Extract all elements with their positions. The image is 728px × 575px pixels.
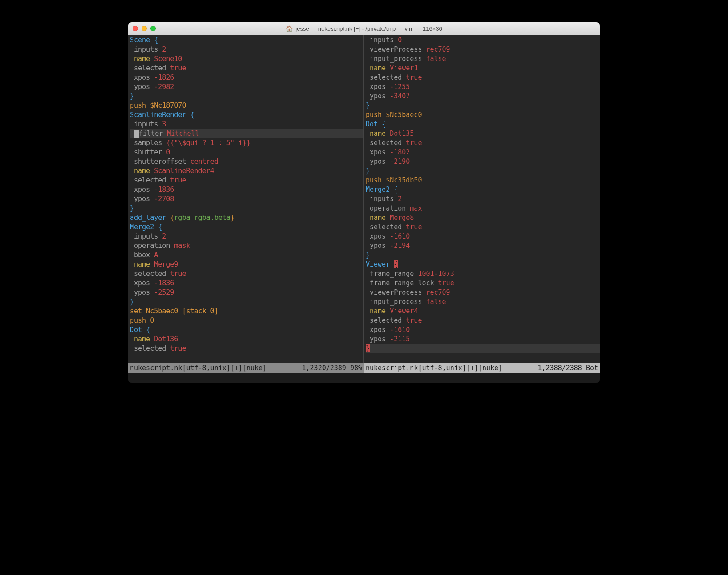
code-line[interactable]: } [130, 297, 363, 307]
token: ypos [134, 195, 154, 203]
code-line[interactable]: input_process false [366, 54, 600, 64]
code-line[interactable]: xpos -1826 [130, 73, 363, 82]
code-line[interactable]: name Merge8 [366, 213, 600, 223]
token [390, 186, 394, 194]
token: -1610 [390, 232, 410, 240]
code-line[interactable]: selected true [130, 344, 363, 353]
token: push $Nc5baec0 [366, 111, 422, 119]
code-line[interactable]: ypos -2194 [366, 241, 600, 251]
code-line[interactable]: viewerProcess rec709 [366, 288, 600, 297]
code-line[interactable]: add_layer {rgba rgba.beta} [130, 213, 363, 223]
status-file-right: nukescript.nk[utf-8,unix][+][nuke] [366, 363, 502, 373]
code-line[interactable]: xpos -1836 [130, 185, 363, 194]
token: Dot135 [390, 130, 414, 138]
code-line[interactable]: inputs 2 [130, 45, 363, 54]
token: viewerProcess [370, 288, 426, 296]
code-line[interactable]: name Viewer1 [366, 64, 600, 73]
code-line[interactable]: Merge2 { [130, 223, 363, 232]
code-line[interactable]: ypos -2115 [366, 335, 600, 344]
code-line[interactable]: Dot { [366, 120, 600, 129]
code-line[interactable]: name Scene10 [130, 54, 363, 64]
code-line[interactable]: bbox A [130, 251, 363, 260]
token: ypos [370, 92, 390, 100]
code-line[interactable]: inputs 3 [130, 120, 363, 129]
status-pos-left: 1,2320/2389 98% [302, 363, 362, 373]
code-line[interactable]: inputs 0 [366, 36, 600, 45]
token: Merge2 [366, 186, 390, 194]
token: selected [370, 223, 406, 231]
code-line[interactable]: operation max [366, 204, 600, 213]
token: set Nc5baec0 [stack 0] [130, 307, 218, 315]
statusline-left: nukescript.nk[utf-8,unix][+][nuke] 1,232… [128, 363, 364, 373]
zoom-icon[interactable] [150, 26, 156, 31]
code-line[interactable]: xpos -1610 [366, 325, 600, 335]
code-line[interactable]: Merge2 { [366, 185, 600, 194]
code-left[interactable]: Scene { inputs 2 name Scene10 selected t… [128, 35, 364, 363]
code-line[interactable]: } [366, 251, 600, 260]
code-line[interactable]: shutteroffset centred [130, 157, 363, 166]
token: xpos [370, 83, 390, 91]
code-line[interactable]: } [366, 344, 600, 353]
code-line[interactable]: xpos -1802 [366, 148, 600, 157]
code-line[interactable]: viewerProcess rec709 [366, 45, 600, 54]
code-line[interactable]: name Merge9 [130, 260, 363, 269]
code-line[interactable]: push $Nc5baec0 [366, 110, 600, 120]
code-line[interactable]: xpos -1610 [366, 232, 600, 241]
code-line[interactable]: push $Nc187070 [130, 101, 363, 110]
token: 3 [162, 120, 166, 128]
code-line[interactable]: push $Nc35db50 [366, 176, 600, 185]
code-line[interactable]: inputs 2 [130, 232, 363, 241]
code-line[interactable]: ypos -2190 [366, 157, 600, 166]
code-line[interactable]: filter Mitchell [130, 129, 363, 138]
token: true [170, 344, 186, 352]
code-line[interactable]: operation mask [130, 241, 363, 251]
code-line[interactable]: frame_range 1001-1073 [366, 269, 600, 279]
terminal-body[interactable]: Scene { inputs 2 name Scene10 selected t… [128, 35, 600, 373]
code-line[interactable]: name Dot135 [366, 129, 600, 138]
code-line[interactable]: push 0 [130, 316, 363, 325]
code-line[interactable]: xpos -1836 [130, 279, 363, 288]
token: input_process [370, 298, 426, 306]
code-line[interactable]: name Viewer4 [366, 307, 600, 316]
code-line[interactable]: name Dot136 [130, 335, 363, 344]
code-line[interactable]: Viewer { [366, 260, 600, 269]
code-line[interactable]: ypos -2982 [130, 82, 363, 92]
code-line[interactable]: name ScanlineRender4 [130, 166, 363, 176]
code-line[interactable]: Scene { [130, 36, 363, 45]
code-line[interactable]: } [366, 166, 600, 176]
code-line[interactable]: xpos -1255 [366, 82, 600, 92]
cmdline-area[interactable] [128, 373, 600, 383]
token: -1826 [154, 73, 174, 81]
code-line[interactable]: ypos -2708 [130, 194, 363, 204]
code-line[interactable]: input_process false [366, 297, 600, 307]
code-line[interactable]: inputs 2 [366, 194, 600, 204]
code-line[interactable]: selected true [366, 73, 600, 82]
code-line[interactable]: selected true [366, 316, 600, 325]
code-line[interactable]: selected true [366, 138, 600, 148]
token: true [406, 223, 422, 231]
close-icon[interactable] [133, 26, 138, 31]
code-line[interactable]: selected true [130, 269, 363, 279]
code-line[interactable]: selected true [130, 176, 363, 185]
vim-pane-right[interactable]: inputs 0 viewerProcess rec709 input_proc… [364, 35, 600, 373]
code-line[interactable]: frame_range_lock true [366, 279, 600, 288]
code-line[interactable]: ypos -2529 [130, 288, 363, 297]
code-line[interactable]: ypos -3407 [366, 92, 600, 101]
code-line[interactable]: set Nc5baec0 [stack 0] [130, 307, 363, 316]
token: ypos [134, 288, 154, 296]
code-line[interactable]: ScanlineRender { [130, 110, 363, 120]
code-line[interactable]: shutter 0 [130, 148, 363, 157]
token: } [130, 204, 134, 212]
minimize-icon[interactable] [142, 26, 147, 31]
vim-pane-left[interactable]: Scene { inputs 2 name Scene10 selected t… [128, 35, 364, 373]
code-line[interactable]: Dot { [130, 325, 363, 335]
code-line[interactable]: } [130, 92, 363, 101]
token: push $Nc187070 [130, 101, 186, 109]
code-line[interactable]: } [130, 204, 363, 213]
code-line[interactable]: selected true [366, 223, 600, 232]
token: { [190, 111, 194, 119]
code-line[interactable]: selected true [130, 64, 363, 73]
code-line[interactable]: samples {{"\$gui ? 1 : 5" i}} [130, 138, 363, 148]
code-right[interactable]: inputs 0 viewerProcess rec709 input_proc… [364, 35, 600, 363]
code-line[interactable]: } [366, 101, 600, 110]
